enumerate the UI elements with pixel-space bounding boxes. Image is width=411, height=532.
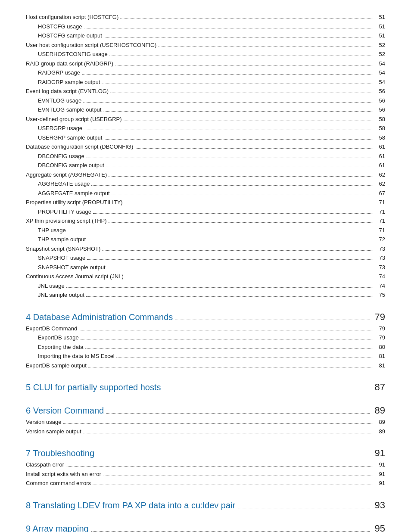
chapter-dots bbox=[91, 531, 370, 532]
toc-entry-label: Properties utility script (PROPUTILITY) bbox=[26, 198, 123, 207]
toc-entry-label: DBCONFIG usage bbox=[38, 152, 84, 161]
toc-entry-label: Continuous Access Journal script (JNL) bbox=[26, 272, 124, 281]
toc-dots bbox=[82, 74, 373, 75]
toc-entry-label: ExportDB usage bbox=[38, 333, 79, 342]
toc-entry: USERGRP sample output58 bbox=[26, 134, 385, 142]
toc-entry-label: User host configuration script (USERHOST… bbox=[26, 41, 156, 50]
toc-entry-page: 56 bbox=[375, 87, 385, 96]
toc-dots bbox=[87, 241, 373, 241]
toc-entry-page: 54 bbox=[375, 68, 385, 77]
chapter-dots bbox=[164, 390, 370, 390]
toc-dots bbox=[109, 176, 373, 177]
toc-entry-page: 71 bbox=[375, 217, 385, 225]
toc-entry: Snapshot script (SNAPSHOT)73 bbox=[26, 245, 385, 253]
toc-entry-page: 54 bbox=[375, 59, 385, 68]
toc-dots bbox=[102, 84, 373, 84]
toc-top-entries: Host configuration script (HOSTCFG)51HOS… bbox=[26, 13, 385, 299]
toc-dots bbox=[109, 222, 373, 223]
toc-dots bbox=[115, 65, 373, 65]
chapter-label: 7 Troubleshooting bbox=[26, 448, 94, 458]
toc-entry-page: 58 bbox=[375, 124, 385, 133]
toc-entry: USERHOSTCONFIG usage52 bbox=[26, 50, 385, 59]
toc-entry-label: Exporting the data bbox=[38, 343, 84, 352]
toc-entry: RAIDGRP sample output54 bbox=[26, 78, 385, 87]
toc-entry-page: 71 bbox=[375, 226, 385, 235]
chapter-label: 4 Database Administration Commands bbox=[26, 312, 173, 322]
toc-entry: SNAPSHOT sample output73 bbox=[26, 263, 385, 272]
toc-entry: Version sample output89 bbox=[26, 427, 385, 436]
chapter-dots bbox=[175, 320, 370, 320]
toc-dots bbox=[120, 19, 373, 19]
chapter-heading: 8 Translating LDEV from PA XP data into … bbox=[26, 500, 385, 511]
toc-entry-label: THP usage bbox=[38, 226, 66, 235]
toc-entry: ExportDB sample output81 bbox=[26, 361, 385, 370]
toc-dots bbox=[66, 287, 373, 288]
toc-dots bbox=[86, 158, 373, 158]
toc-dots bbox=[125, 204, 373, 204]
toc-entry: THP usage71 bbox=[26, 226, 385, 235]
toc-entry: Database configuration script (DBCONFIG)… bbox=[26, 143, 385, 151]
toc-entry-label: Event log data script (EVNTLOG) bbox=[26, 87, 109, 96]
toc-dots bbox=[93, 485, 373, 485]
toc-entry-page: 61 bbox=[375, 152, 385, 161]
toc-entry-page: 52 bbox=[375, 50, 385, 59]
chapter-page: 95 bbox=[372, 523, 385, 532]
toc-dots bbox=[107, 269, 373, 269]
toc-dots bbox=[93, 213, 373, 214]
toc-entry: Properties utility script (PROPUTILITY)7… bbox=[26, 198, 385, 207]
chapter-page: 79 bbox=[372, 311, 385, 323]
toc-entry-page: 67 bbox=[375, 189, 385, 198]
toc-entry-label: AGGREGATE usage bbox=[38, 180, 90, 188]
chapter-page: 93 bbox=[372, 500, 385, 511]
chapter-heading: 6 Version Command89 bbox=[26, 405, 385, 416]
toc-entry-label: Version sample output bbox=[26, 427, 81, 436]
chapter-label: 6 Version Command bbox=[26, 406, 104, 416]
toc-dots bbox=[112, 195, 373, 195]
toc-entry: SNAPSHOT usage73 bbox=[26, 254, 385, 262]
toc-entry-page: 79 bbox=[375, 333, 385, 342]
toc-entry: AGGREGATE sample output67 bbox=[26, 189, 385, 198]
toc-entry: ExportDB usage79 bbox=[26, 333, 385, 342]
toc-entry-page: 56 bbox=[375, 106, 385, 114]
toc-dots bbox=[102, 250, 373, 251]
chapter-dots bbox=[106, 413, 370, 414]
toc-entry: Common command errors91 bbox=[26, 479, 385, 488]
toc-dots bbox=[85, 348, 373, 349]
toc-entry-page: 91 bbox=[375, 479, 385, 488]
toc-entry: DBCONFIG usage61 bbox=[26, 152, 385, 161]
toc-entry-label: Aggregate script (AGGREGATE) bbox=[26, 171, 107, 179]
toc-entry-page: 91 bbox=[375, 470, 385, 479]
toc-entry-label: THP sample output bbox=[38, 235, 86, 244]
toc-entry-page: 71 bbox=[375, 208, 385, 216]
toc-entry: HOSTCFG sample output51 bbox=[26, 31, 385, 40]
toc-entry-label: Importing the data to MS Excel bbox=[38, 352, 115, 361]
toc-entry-page: 91 bbox=[375, 460, 385, 469]
toc-entry-label: XP thin provisioning script (THP) bbox=[26, 217, 107, 225]
toc-dots bbox=[83, 102, 373, 103]
chapter-dots bbox=[97, 456, 370, 456]
toc-entry-page: 52 bbox=[375, 41, 385, 50]
toc-entry-page: 89 bbox=[375, 427, 385, 436]
toc-entry-label: Install script exits with an error bbox=[26, 470, 101, 479]
toc-entry: ExportDB Command79 bbox=[26, 324, 385, 333]
toc-dots bbox=[63, 423, 373, 424]
toc-dots bbox=[91, 185, 373, 186]
toc-entry: EVNTLOG usage56 bbox=[26, 96, 385, 105]
toc-dots bbox=[83, 433, 373, 433]
toc-entry-label: ExportDB sample output bbox=[26, 361, 87, 370]
toc-entry: USERGRP usage58 bbox=[26, 124, 385, 133]
toc-entry-label: Host configuration script (HOSTCFG) bbox=[26, 13, 118, 22]
chapter-heading: 9 Array mapping95 bbox=[26, 523, 385, 532]
toc-entry: Event log data script (EVNTLOG)56 bbox=[26, 87, 385, 96]
toc-entry-label: SNAPSHOT usage bbox=[38, 254, 85, 262]
toc-entry: PROPUTILITY usage71 bbox=[26, 208, 385, 216]
toc-entry: Exporting the data80 bbox=[26, 343, 385, 352]
toc-entry-page: 62 bbox=[375, 180, 385, 188]
chapter-heading: 7 Troubleshooting91 bbox=[26, 448, 385, 459]
toc-entry-page: 54 bbox=[375, 78, 385, 87]
toc-dots bbox=[103, 111, 373, 112]
toc-entry-label: Snapshot script (SNAPSHOT) bbox=[26, 245, 100, 253]
toc-entry-page: 73 bbox=[375, 245, 385, 253]
chapter-page: 89 bbox=[372, 405, 385, 416]
toc-entry-label: USERGRP sample output bbox=[38, 134, 102, 142]
